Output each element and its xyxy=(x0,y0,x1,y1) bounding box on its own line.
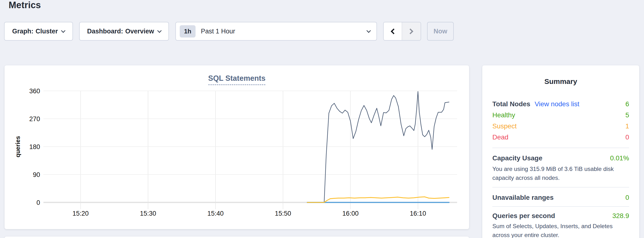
time-range-badge: 1h xyxy=(180,25,196,38)
dashboard-dropdown-value: Overview xyxy=(125,28,154,35)
node-status-list: Total Nodes View nodes list 6 Healthy 5 … xyxy=(492,98,629,143)
dead-nodes-row: Dead 0 xyxy=(492,132,629,143)
suspect-nodes-row: Suspect 1 xyxy=(492,121,629,132)
total-nodes-row: Total Nodes View nodes list 6 xyxy=(492,98,629,110)
svg-text:15:40: 15:40 xyxy=(207,210,224,217)
capacity-usage-section: Capacity Usage 0.01% You are using 315.9… xyxy=(492,154,629,182)
queries-per-second-value: 328.9 xyxy=(612,212,629,220)
divider xyxy=(492,187,629,187)
time-pager xyxy=(383,22,421,41)
divider xyxy=(492,206,629,207)
sql-statements-chart: 15:2015:3015:4015:5016:0016:100901802703… xyxy=(4,65,469,229)
dashboard-dropdown[interactable]: Dashboard: Overview xyxy=(79,22,169,41)
capacity-usage-description: You are using 315.9 MiB of 3.6 TiB usabl… xyxy=(492,164,629,182)
chevron-down-icon xyxy=(157,28,162,33)
capacity-usage-label: Capacity Usage xyxy=(492,154,542,162)
svg-text:90: 90 xyxy=(33,171,40,178)
total-nodes-label: Total Nodes xyxy=(492,100,530,108)
time-range-value: Past 1 Hour xyxy=(201,28,235,35)
chevron-right-icon xyxy=(408,28,413,34)
unavailable-ranges-value: 0 xyxy=(625,194,629,201)
unavailable-ranges-label: Unavailable ranges xyxy=(492,194,554,201)
chevron-left-icon xyxy=(390,28,396,34)
summary-panel: Summary Total Nodes View nodes list 6 He… xyxy=(482,65,639,238)
now-button[interactable]: Now xyxy=(427,22,454,41)
unavailable-ranges-section: Unavailable ranges 0 xyxy=(492,194,629,201)
toolbar: Graph: Cluster Dashboard: Overview 1h Pa… xyxy=(0,22,644,41)
capacity-usage-value: 0.01% xyxy=(610,154,629,162)
healthy-nodes-row: Healthy 5 xyxy=(492,110,629,121)
time-next-button[interactable] xyxy=(402,22,420,40)
svg-text:16:10: 16:10 xyxy=(410,210,426,217)
summary-title: Summary xyxy=(492,77,629,86)
queries-per-second-section: Queries per second 328.9 Sum of Selects,… xyxy=(492,212,629,238)
suspect-value: 1 xyxy=(625,122,629,130)
svg-text:queries: queries xyxy=(14,136,21,158)
suspect-label: Suspect xyxy=(492,122,516,130)
svg-text:180: 180 xyxy=(29,143,40,151)
time-prev-button[interactable] xyxy=(384,22,402,40)
svg-text:360: 360 xyxy=(29,87,40,95)
chevron-down-icon xyxy=(366,28,371,33)
page-title: Metrics xyxy=(9,0,41,10)
svg-text:0: 0 xyxy=(36,199,40,206)
svg-text:15:50: 15:50 xyxy=(275,210,291,217)
svg-text:15:20: 15:20 xyxy=(72,210,89,217)
dashboard-dropdown-label: Dashboard: xyxy=(87,28,123,35)
svg-text:15:30: 15:30 xyxy=(140,210,156,217)
total-nodes-value: 6 xyxy=(625,100,629,108)
graph-dropdown-label: Graph: xyxy=(12,28,34,35)
next-chart-card xyxy=(4,236,469,238)
healthy-label: Healthy xyxy=(492,111,515,119)
chevron-down-icon xyxy=(61,28,66,33)
graph-dropdown-value: Cluster xyxy=(36,28,58,35)
dead-value: 0 xyxy=(625,134,629,141)
graph-dropdown[interactable]: Graph: Cluster xyxy=(4,22,73,41)
queries-per-second-description: Sum of Selects, Updates, Inserts, and De… xyxy=(492,222,629,238)
svg-text:16:00: 16:00 xyxy=(342,210,359,217)
dead-label: Dead xyxy=(492,134,508,141)
queries-per-second-label: Queries per second xyxy=(492,212,555,220)
view-nodes-list-link[interactable]: View nodes list xyxy=(534,100,579,108)
divider xyxy=(492,148,629,148)
svg-text:270: 270 xyxy=(29,115,40,123)
healthy-value: 5 xyxy=(625,111,629,119)
time-range-dropdown[interactable]: 1h Past 1 Hour xyxy=(176,22,377,41)
sql-statements-card: SQL Statements 15:2015:3015:4015:5016:00… xyxy=(4,65,469,229)
